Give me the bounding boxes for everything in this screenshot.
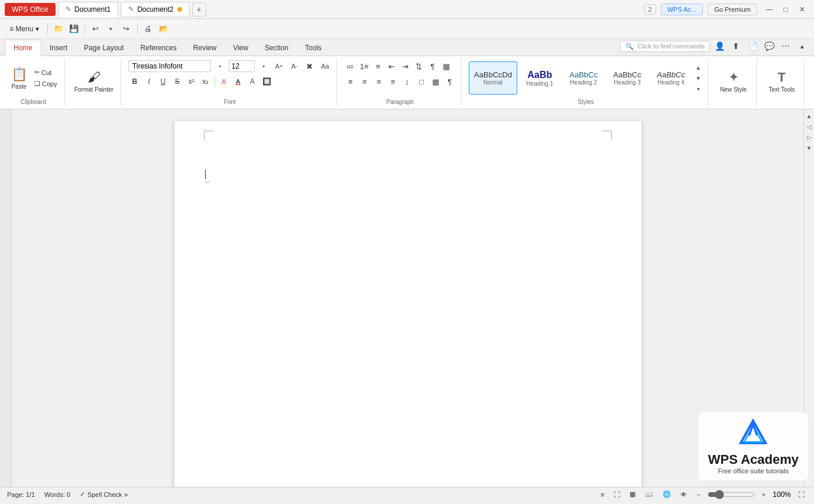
font-grow-button[interactable]: A+ [273,60,286,73]
share2-button[interactable]: ⬆ [729,39,743,53]
new-tab-button[interactable]: + [192,2,206,17]
premium-button[interactable]: Go Premium [708,4,757,15]
open-folder-button[interactable]: 📁 [51,22,66,36]
cut-button[interactable]: ✂ Cut [32,67,60,77]
print-button[interactable]: 🖨 [141,22,155,36]
pdf-button[interactable]: 📄 [745,39,760,53]
tab-home[interactable]: Home [5,40,41,56]
subscript-button[interactable]: x₂ [199,75,212,88]
bold-button[interactable]: B [128,75,141,88]
full-screen-button[interactable]: ⛶ [611,490,622,499]
style-heading3[interactable]: AaBbCc Heading 3 [606,61,648,95]
normal-view-button[interactable]: ≡ [598,490,607,499]
doc-scroll[interactable]: ↵ [12,109,803,487]
font-shrink-button[interactable]: A- [288,60,301,73]
font-size-dropdown[interactable]: ▾ [257,60,270,73]
ribbon-tabs: Home Insert Page Layout References Revie… [0,39,814,56]
style-normal[interactable]: AaBbCcDd Normal [469,61,517,95]
tab-page-layout[interactable]: Page Layout [76,40,132,56]
tab-section[interactable]: Section [257,40,297,56]
superscript-button[interactable]: x² [185,75,198,88]
zoom-in-button[interactable]: + [760,490,768,499]
tab-insert[interactable]: Insert [41,40,76,56]
tab-references[interactable]: References [132,40,184,56]
close-button[interactable]: ✕ [795,2,809,17]
justify-button[interactable]: ≡ [387,75,400,88]
share-button[interactable]: 👤 [712,39,727,53]
columns-button[interactable]: ▦ [440,60,453,73]
doc2-tab[interactable]: ✎ Document2 [121,2,189,17]
tab-view[interactable]: View [225,40,257,56]
font-name-input[interactable] [128,60,211,72]
more-button[interactable]: ⋯ [779,39,793,53]
font-size-input[interactable] [229,60,255,72]
sidebar-top-btn[interactable]: ▲ [805,112,813,120]
sort-button[interactable]: ⇅ [413,60,426,73]
zoom-out-button[interactable]: − [694,490,702,499]
styles-label: Styles [578,97,594,105]
paste-button[interactable]: 📋 Paste [7,64,31,92]
sidebar-expand-btn[interactable]: ▷ [805,133,813,141]
sidebar-bottom-btn[interactable]: ▼ [805,144,813,152]
styles-scroll-up[interactable]: ▲ [693,63,703,72]
new-style-button[interactable]: ✦ New Style [715,67,751,95]
collapse-ribbon[interactable]: ▲ [795,39,809,53]
font-color-button[interactable]: A [232,75,245,88]
align-left-button[interactable]: ≡ [344,75,357,88]
comment-button[interactable]: 💬 [762,39,776,53]
minimize-button[interactable]: — [762,2,776,17]
redo-button[interactable]: ↪ [119,22,134,36]
shading-button[interactable]: ▦ [429,75,442,88]
style-heading1[interactable]: AaBb Heading 1 [518,61,561,95]
account-button[interactable]: WPS Ac... [661,4,703,15]
style-heading4[interactable]: AaBbCc Heading 4 [650,61,692,95]
sidebar-collapse-btn[interactable]: ◁ [805,122,813,131]
font-name-dropdown[interactable]: ▾ [213,60,226,73]
change-case-button[interactable]: Aa [319,60,332,73]
search-box[interactable]: 🔍 Click to find commands [620,41,710,52]
italic-button[interactable]: I [142,75,155,88]
save-button[interactable]: 💾 [67,22,81,36]
underline-button[interactable]: U [157,75,170,88]
show-hide-button[interactable]: ¶ [426,60,439,73]
strikethrough-button[interactable]: S [171,75,184,88]
copy-button[interactable]: ❑ Copy [32,79,60,89]
multilevel-list-button[interactable]: ≡ [372,60,385,73]
text-highlight-button[interactable]: A [218,75,231,88]
style-heading2[interactable]: AaBbCc Heading 2 [562,61,605,95]
web-view-button[interactable]: 🌐 [660,490,673,499]
line-spacing-button[interactable]: ↕ [401,75,414,88]
format-painter-button[interactable]: 🖌 Format Painter [72,67,116,95]
bullet-list-button[interactable]: ≔ [344,60,357,73]
split-view-button[interactable]: ▦ [627,490,638,499]
text-tools-button[interactable]: T Text Tools [764,67,799,95]
clear-format-button[interactable]: ✖ [303,60,316,73]
styles-scroll-down[interactable]: ▼ [693,73,703,83]
indent-button[interactable]: ⇥ [399,60,412,73]
tab-review[interactable]: Review [185,40,225,56]
tab-tools[interactable]: Tools [297,40,330,56]
numbered-list-button[interactable]: 1≡ [358,60,371,73]
zoom-slider[interactable] [708,490,755,499]
reader-view-button[interactable]: 📖 [643,490,656,499]
wps-office-button[interactable]: WPS Office [5,3,56,16]
align-right-button[interactable]: ≡ [372,75,385,88]
outdent-button[interactable]: ⇤ [385,60,398,73]
menu-button[interactable]: ≡ Menu ▾ [5,22,44,35]
eye-mode-button[interactable]: 👁 [678,490,689,499]
char-border-button[interactable]: A [246,75,259,88]
borders-button[interactable]: □ [415,75,428,88]
char-shading-button[interactable]: 🔲 [260,75,274,88]
fullscreen-btn[interactable]: ⛶ [796,490,807,499]
undo-button[interactable]: ↩ [89,22,103,36]
para-marks-button[interactable]: ¶ [443,75,456,88]
maximize-button[interactable]: □ [779,2,793,17]
find-replace-button[interactable]: 🔍 Find and Replace [812,67,814,95]
align-center-button[interactable]: ≡ [358,75,371,88]
file-manager-button[interactable]: 📂 [157,22,171,36]
ribbon: 📋 Paste ✂ Cut ❑ Copy Clipboard 🖌 Format … [0,56,814,109]
undo-dropdown[interactable]: ▾ [104,22,118,36]
styles-expand[interactable]: ▾ [693,84,703,93]
style-heading2-preview: AaBbCc [569,70,598,79]
doc1-tab[interactable]: ✎ Document1 [58,2,118,17]
